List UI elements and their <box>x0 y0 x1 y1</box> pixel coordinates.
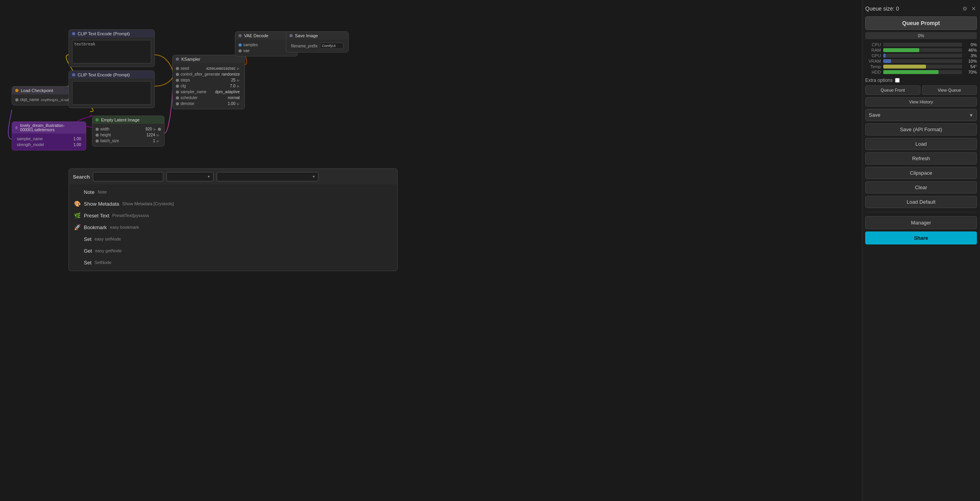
node-dot <box>176 58 179 61</box>
search-input[interactable] <box>93 172 163 181</box>
port-left <box>176 85 179 88</box>
search-item-name: Set <box>84 260 92 266</box>
port-left <box>176 90 179 94</box>
steps-label: steps <box>181 78 230 82</box>
stats-bar-fill <box>883 48 919 52</box>
denoise-label: denoise <box>181 101 226 106</box>
node-dot <box>96 118 99 121</box>
queue-title: Queue size: 0 <box>865 5 899 12</box>
stats-bar-bg <box>883 54 962 58</box>
search-result-item[interactable]: Set easy setNode <box>69 233 397 245</box>
steps-value: 25 <box>231 78 235 82</box>
stats-label: RAM <box>865 48 881 52</box>
save-button[interactable]: Save ▼ <box>865 109 977 121</box>
right-sidebar: Queue size: 0 ⚙ ✕ Queue Prompt 0% CPU 0%… <box>862 0 980 501</box>
clip-top-textarea[interactable]: textbreak <box>72 40 151 63</box>
search-results: Note Note 🎨 Show Metadata Show Metadata … <box>69 184 397 271</box>
queue-icons: ⚙ ✕ <box>962 5 977 13</box>
node-clip-bottom[interactable]: CLIP Text Encode (Prompt) <box>69 71 155 108</box>
stats-bar-fill <box>883 70 938 74</box>
canvas-area[interactable]: Load Checkpoint ckpt_name AnythingXL_xl.… <box>0 0 862 501</box>
sampler-label: sampler_name <box>181 90 213 94</box>
save-api-button[interactable]: Save (API Format) <box>865 123 977 136</box>
node-empty-latent[interactable]: Empty Latent Image width 920 ▶ height 12… <box>92 116 165 147</box>
node-dot <box>15 89 18 92</box>
queue-front-button[interactable]: Queue Front <box>865 85 920 95</box>
node-title-text: Empty Latent Image <box>101 118 139 122</box>
port-left <box>96 128 99 131</box>
seed-label: seed <box>181 66 204 71</box>
node-title-text: KSampler <box>181 57 200 61</box>
search-item-name: Set <box>84 236 92 242</box>
load-button[interactable]: Load <box>865 138 977 150</box>
extra-options-row: Extra options <box>865 78 977 83</box>
stats-bar-bg <box>883 43 962 47</box>
progress-text: 0% <box>918 33 924 38</box>
stats-val: 54° <box>964 64 977 69</box>
search-header: Search <box>69 169 397 184</box>
search-result-item[interactable]: Get easy getNode <box>69 245 397 257</box>
stats-label: VRAM <box>865 59 881 63</box>
extra-options-checkbox[interactable] <box>895 78 900 83</box>
filename-prefix-input[interactable] <box>320 43 344 49</box>
stats-bar-bg <box>883 48 962 52</box>
sampler-value: dpm_adaptive <box>215 90 240 94</box>
stats-label: CPU <box>865 42 881 47</box>
search-panel[interactable]: Search Note Note 🎨 Show Metadata Show Me… <box>69 168 398 271</box>
port-right <box>158 128 161 131</box>
search-item-desc: Show Metadata [Crystools] <box>122 201 174 206</box>
clear-button[interactable]: Clear <box>865 181 977 194</box>
stats-bar-bg <box>883 70 962 74</box>
node-purple-title-text: lovely_dream_illustration-000001.safeten… <box>20 123 83 132</box>
node-dot <box>72 73 75 76</box>
search-item-name: Preset Text <box>84 213 109 219</box>
node-clip-bottom-title: CLIP Text Encode (Prompt) <box>69 71 154 79</box>
search-result-item[interactable]: 🎨 Show Metadata Show Metadata [Crystools… <box>69 198 397 210</box>
node-dot <box>15 126 18 129</box>
view-queue-button[interactable]: View Queue <box>922 85 977 95</box>
node-save-image[interactable]: Save Image filename_prefix <box>286 31 349 52</box>
seed-value: 425914460192592 <box>206 67 235 71</box>
batch-value: 1 <box>153 139 155 143</box>
search-result-item[interactable]: Get GetNode <box>69 268 397 271</box>
node-dot <box>72 32 75 35</box>
search-result-item[interactable]: 🌿 Preset Text PresetText|pysssss <box>69 210 397 221</box>
view-history-button[interactable]: View History <box>865 97 977 107</box>
share-button[interactable]: Share <box>865 232 977 244</box>
stats-bar-fill <box>883 59 891 63</box>
search-item-icon <box>74 235 81 242</box>
width-label: width <box>100 127 144 131</box>
port-left <box>176 79 179 82</box>
search-item-name: Show Metadata <box>84 201 119 207</box>
search-result-item[interactable]: Set SetNode <box>69 257 397 268</box>
search-dropdown-1[interactable] <box>166 172 213 181</box>
close-icon-button[interactable]: ✕ <box>971 5 977 13</box>
search-result-item[interactable]: 🚀 Bookmark easy bookmark <box>69 221 397 233</box>
node-title-text: CLIP Text Encode (Prompt) <box>78 72 130 77</box>
stats-bar-fill <box>883 65 926 69</box>
stats-bar-fill <box>883 54 886 58</box>
node-title-text: VAE Decode <box>244 33 268 38</box>
refresh-button[interactable]: Refresh <box>865 152 977 165</box>
clipspace-button[interactable]: Clipspace <box>865 167 977 179</box>
search-item-desc: PresetText|pysssss <box>112 213 149 218</box>
search-result-item[interactable]: Note Note <box>69 186 397 198</box>
clip-bottom-textarea[interactable] <box>72 81 151 105</box>
search-item-name: Note <box>84 189 94 195</box>
load-default-button[interactable]: Load Default <box>865 196 977 208</box>
stats-row-vram: VRAM 10% <box>865 59 977 63</box>
stats-val: 70% <box>964 70 977 74</box>
port-left <box>15 98 18 101</box>
node-purple-title: lovely_dream_illustration-000001.safeten… <box>12 122 86 134</box>
save-dropdown-arrow: ▼ <box>969 113 973 118</box>
node-ksampler[interactable]: KSampler seed 425914460192592 ▶ control_… <box>172 55 245 109</box>
search-dropdown-2[interactable] <box>217 172 318 181</box>
settings-icon-button[interactable]: ⚙ <box>962 5 968 13</box>
node-empty-latent-title: Empty Latent Image <box>92 116 164 124</box>
manager-button[interactable]: Manager <box>865 216 977 229</box>
node-clip-top[interactable]: CLIP Text Encode (Prompt) textbreak <box>69 29 155 67</box>
node-title-text: Save Image <box>295 33 318 38</box>
stats-val: 10% <box>964 59 977 63</box>
queue-prompt-button[interactable]: Queue Prompt <box>865 16 977 30</box>
node-purple[interactable]: lovely_dream_illustration-000001.safeten… <box>12 121 86 150</box>
